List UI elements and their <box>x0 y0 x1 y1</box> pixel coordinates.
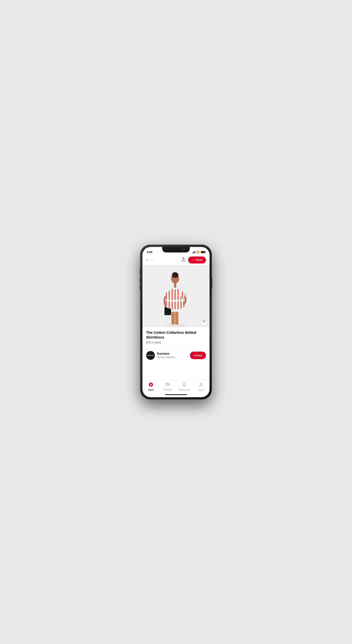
product-price: $75 In stock <box>146 341 206 344</box>
svg-point-31 <box>183 302 185 306</box>
nav-label-notifications: Notifications <box>179 389 190 391</box>
nav-item-notifications[interactable]: Notifications <box>176 382 193 391</box>
pin-icon: 📌 <box>191 258 195 262</box>
svg-point-39 <box>168 383 169 384</box>
nav-left: ‹ … <box>146 258 154 262</box>
svg-point-38 <box>166 383 168 384</box>
zoom-button[interactable] <box>200 318 207 325</box>
notifications-icon <box>182 382 186 388</box>
battery-icon <box>201 251 205 253</box>
more-options-button[interactable]: … <box>151 258 154 262</box>
nav-right: 📌 Save <box>181 256 206 264</box>
nav-item-home[interactable]: Home <box>142 382 159 391</box>
svg-point-29 <box>176 278 177 279</box>
zoom-icon <box>202 319 206 324</box>
home-icon <box>149 382 153 388</box>
brand-followers: 42,421 Followers <box>157 356 188 358</box>
brand-info: Everlane 42,421 Followers <box>157 352 188 358</box>
nav-label-home: Home <box>148 389 154 391</box>
brand-name: Everlane <box>157 352 188 356</box>
phone-frame: 5:05 📶 ‹ … <box>140 245 212 400</box>
svg-rect-10 <box>177 288 179 310</box>
wifi-icon: 📶 <box>197 251 199 254</box>
svg-point-25 <box>175 274 178 276</box>
nav-label-following: Following <box>163 388 172 390</box>
svg-point-30 <box>171 279 171 280</box>
phone-screen: 5:05 📶 ‹ … <box>142 247 210 397</box>
notch <box>162 247 190 252</box>
dress-scene <box>142 265 210 327</box>
status-time: 5:05 <box>147 250 152 254</box>
home-bar <box>165 394 187 395</box>
save-button[interactable]: 📌 Save <box>188 256 206 264</box>
svg-point-37 <box>151 384 151 384</box>
following-icon <box>165 382 170 388</box>
product-title: The Cotton Collarless Belted Shirtdress <box>146 330 206 340</box>
product-info: The Cotton Collarless Belted Shirtdress … <box>142 327 210 349</box>
svg-point-32 <box>164 303 166 306</box>
svg-rect-2 <box>171 312 175 324</box>
back-button[interactable]: ‹ <box>146 258 147 262</box>
svg-point-41 <box>200 383 202 385</box>
brand-logo-text: EVERLANE <box>147 355 154 356</box>
svg-point-28 <box>174 278 174 279</box>
nav-item-saved[interactable]: Saved <box>193 382 210 391</box>
saved-icon <box>199 382 203 388</box>
nav-item-following[interactable]: Following <box>159 382 176 390</box>
signal-bars-icon <box>192 251 195 253</box>
spacer <box>142 362 210 380</box>
svg-rect-3 <box>175 312 178 324</box>
brand-logo: EVERLANE <box>146 351 155 360</box>
svg-point-13 <box>173 300 177 302</box>
bottom-nav: Home Following <box>142 380 210 392</box>
status-icons: 📶 <box>192 251 205 254</box>
product-image <box>142 265 210 327</box>
home-indicator <box>142 392 210 397</box>
share-button[interactable] <box>181 257 186 262</box>
brand-row: EVERLANE Everlane 42,421 Followers Follo… <box>142 349 210 362</box>
top-nav: ‹ … 📌 Save <box>142 255 210 265</box>
svg-rect-9 <box>174 288 176 310</box>
camera <box>183 248 185 250</box>
svg-rect-8 <box>171 288 173 310</box>
follow-button[interactable]: Follow <box>190 352 206 359</box>
nav-label-saved: Saved <box>198 389 204 391</box>
